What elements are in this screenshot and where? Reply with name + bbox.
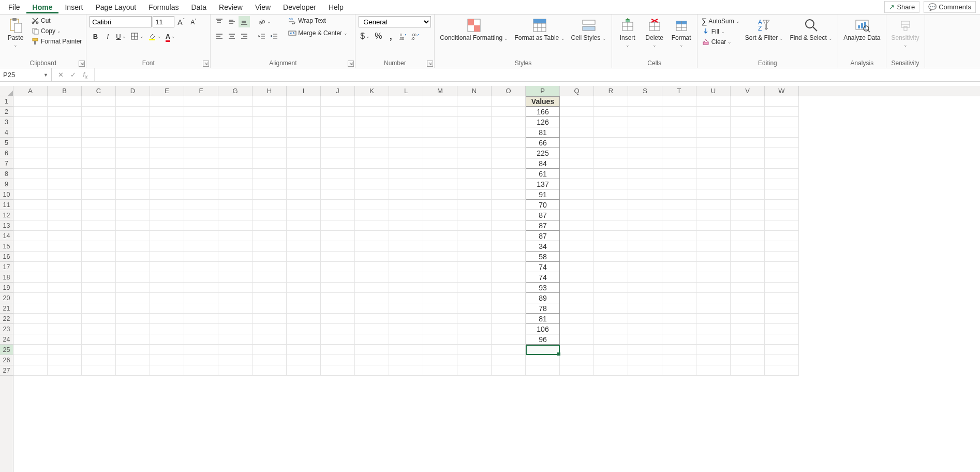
cell[interactable] — [355, 200, 389, 210]
cell[interactable] — [218, 355, 253, 365]
cell[interactable] — [82, 355, 116, 365]
tab-file[interactable]: File — [2, 1, 26, 13]
cell[interactable] — [423, 303, 457, 314]
cell[interactable] — [150, 324, 184, 334]
cell[interactable] — [389, 200, 423, 210]
cell[interactable] — [457, 158, 492, 169]
column-header[interactable]: P — [526, 86, 560, 96]
insert-function-button[interactable]: fx — [81, 70, 90, 80]
cell[interactable] — [594, 189, 628, 200]
cell[interactable] — [457, 345, 492, 355]
cell[interactable] — [184, 138, 218, 148]
cell[interactable] — [696, 272, 731, 283]
column-header[interactable]: D — [116, 86, 150, 96]
tab-home[interactable]: Home — [26, 1, 59, 13]
cell[interactable] — [355, 262, 389, 272]
cell[interactable] — [150, 138, 184, 148]
cell[interactable] — [457, 127, 492, 138]
cell[interactable] — [287, 96, 321, 107]
cell[interactable] — [423, 179, 457, 189]
cell[interactable] — [287, 345, 321, 355]
row-header[interactable]: 18 — [0, 272, 13, 283]
sort-filter-button[interactable]: AZ Sort & Filter ⌄ — [743, 16, 786, 42]
cell[interactable] — [253, 117, 287, 127]
row-header[interactable]: 9 — [0, 179, 13, 189]
cell[interactable] — [184, 355, 218, 365]
cell[interactable] — [696, 220, 731, 231]
row-header[interactable]: 25 — [0, 345, 13, 355]
cell[interactable] — [321, 334, 355, 345]
cell[interactable] — [13, 314, 48, 324]
cell[interactable] — [423, 293, 457, 303]
cell[interactable] — [492, 283, 526, 293]
cell[interactable] — [287, 314, 321, 324]
number-dialog-launcher[interactable]: ⇲ — [427, 61, 433, 67]
cell[interactable] — [184, 189, 218, 200]
cell[interactable] — [594, 210, 628, 220]
cell[interactable] — [765, 272, 799, 283]
cell[interactable] — [253, 252, 287, 262]
cell[interactable] — [560, 220, 594, 231]
cell[interactable] — [116, 241, 150, 252]
format-painter-button[interactable]: Format Painter — [30, 37, 83, 46]
cell[interactable] — [82, 365, 116, 376]
cell[interactable] — [628, 324, 662, 334]
font-color-button[interactable]: A⌄ — [164, 31, 177, 42]
cell[interactable] — [287, 303, 321, 314]
percent-format-button[interactable]: % — [373, 31, 384, 42]
tab-review[interactable]: Review — [213, 1, 249, 13]
cell[interactable] — [287, 241, 321, 252]
cell[interactable] — [696, 200, 731, 210]
cell[interactable] — [253, 127, 287, 138]
cell[interactable] — [594, 127, 628, 138]
cell[interactable]: 66 — [526, 138, 560, 148]
cell[interactable] — [48, 283, 82, 293]
cell[interactable] — [662, 314, 696, 324]
cell[interactable] — [253, 231, 287, 241]
cell[interactable] — [628, 169, 662, 179]
cell[interactable] — [560, 231, 594, 241]
cell[interactable] — [457, 334, 492, 345]
cell[interactable] — [560, 117, 594, 127]
cell[interactable] — [48, 200, 82, 210]
cell[interactable] — [765, 252, 799, 262]
cell[interactable] — [696, 365, 731, 376]
autosum-button[interactable]: ∑AutoSum ⌄ — [701, 16, 741, 26]
cell[interactable] — [696, 189, 731, 200]
cell[interactable] — [287, 200, 321, 210]
cell[interactable] — [457, 303, 492, 314]
cell[interactable] — [82, 252, 116, 262]
cell[interactable] — [253, 365, 287, 376]
cell[interactable]: 126 — [526, 117, 560, 127]
cell[interactable] — [13, 179, 48, 189]
cell[interactable] — [150, 293, 184, 303]
cell[interactable] — [150, 107, 184, 117]
cell[interactable] — [765, 365, 799, 376]
row-header[interactable]: 5 — [0, 138, 13, 148]
row-header[interactable]: 13 — [0, 220, 13, 231]
cell[interactable] — [662, 200, 696, 210]
cell[interactable] — [321, 220, 355, 231]
cell[interactable] — [253, 355, 287, 365]
cell[interactable] — [389, 303, 423, 314]
cell[interactable] — [218, 158, 253, 169]
cell[interactable] — [150, 334, 184, 345]
cell[interactable] — [423, 272, 457, 283]
cell[interactable] — [48, 96, 82, 107]
cell[interactable] — [321, 303, 355, 314]
cell[interactable] — [82, 138, 116, 148]
cell[interactable] — [731, 200, 765, 210]
cell[interactable] — [628, 241, 662, 252]
cell[interactable] — [321, 200, 355, 210]
cell[interactable]: 137 — [526, 179, 560, 189]
row-header[interactable]: 20 — [0, 293, 13, 303]
cell[interactable] — [628, 262, 662, 272]
cell[interactable] — [82, 158, 116, 169]
cell[interactable] — [662, 220, 696, 231]
cell[interactable] — [253, 179, 287, 189]
cell[interactable] — [560, 262, 594, 272]
cell[interactable] — [184, 272, 218, 283]
cell[interactable] — [82, 127, 116, 138]
increase-font-button[interactable]: A˄ — [175, 16, 187, 27]
cell[interactable] — [628, 179, 662, 189]
